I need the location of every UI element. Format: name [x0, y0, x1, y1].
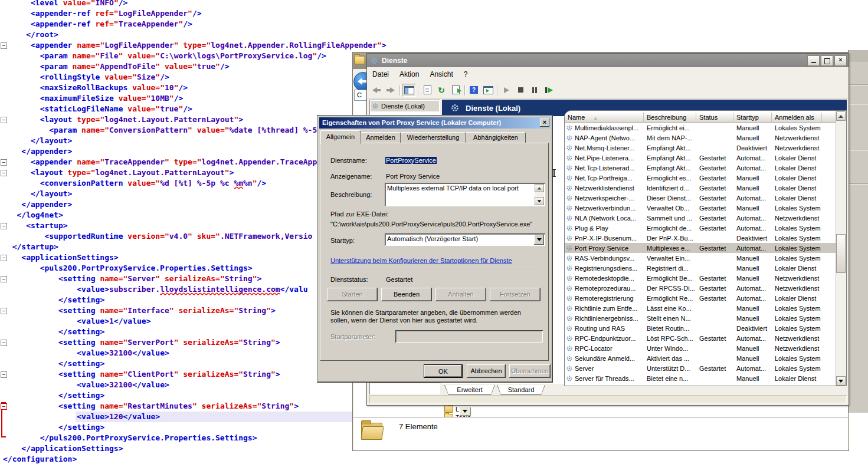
column-header-anmelden-als[interactable]: Anmelden als: [772, 113, 822, 123]
scroll-up-button[interactable]: [836, 111, 846, 121]
menu-datei[interactable]: Datei: [367, 68, 394, 80]
show-tree-button[interactable]: [402, 84, 416, 97]
column-header-beschreibung[interactable]: Beschreibung: [644, 113, 696, 123]
service-row[interactable]: Netzwerkverbindun...Verwaltet Ob...Gesta…: [565, 203, 836, 213]
code-line[interactable]: </setting>: [3, 390, 386, 401]
dialog-titlebar[interactable]: Eigenschaften von Port Proxy Service (Lo…: [319, 117, 551, 129]
pause-service-button[interactable]: [528, 84, 542, 97]
menu-ansicht[interactable]: Ansicht: [424, 68, 458, 80]
scroll-down-button[interactable]: [535, 197, 544, 205]
service-row[interactable]: RPC-LocatorUnter Windo...ManuellNetzwerk…: [565, 343, 836, 353]
code-line[interactable]: <param name="File" value="C:\work\logs\P…: [3, 51, 386, 61]
service-row[interactable]: RemoteregistrierungErmöglicht Re...Gesta…: [565, 293, 836, 303]
close-button[interactable]: ×: [834, 55, 847, 66]
service-row[interactable]: ServerUnterstützt D...GestartetAutomat..…: [565, 363, 836, 373]
tab-standard[interactable]: Standard: [497, 385, 545, 395]
start-params-input[interactable]: [395, 330, 543, 343]
start-button[interactable]: Starten: [327, 288, 378, 301]
code-line[interactable]: <maximumFileSize value="10MB"/>: [3, 93, 386, 104]
code-line[interactable]: <level value="INFO"/>: [3, 0, 386, 8]
maximize-button[interactable]: [821, 55, 833, 66]
service-row[interactable]: Net.Tcp-Portfreiga...Ermöglicht es...Ges…: [565, 173, 836, 183]
tab-wiederherstellung[interactable]: Wiederherstellung: [401, 132, 466, 143]
tab-abhaengigkeiten[interactable]: Abhängigkeiten: [466, 132, 526, 143]
startup-options-help-link[interactable]: Unterstützung beim Konfigurieren der Sta…: [330, 257, 512, 264]
combo-dropdown-button[interactable]: [459, 407, 471, 416]
menu-aktion[interactable]: Aktion: [394, 68, 424, 80]
service-row[interactable]: Routing und RASBietet Routin...Deaktivie…: [565, 323, 836, 333]
service-row[interactable]: Port Proxy ServiceMultiplexes e...Gestar…: [565, 243, 836, 253]
pause-button[interactable]: Anhalten: [435, 288, 486, 301]
code-line[interactable]: <rollingStyle value="Size"/>: [3, 72, 386, 83]
service-row[interactable]: RPC-Endpunktzuor...Löst RPC-Sch...Gestar…: [565, 333, 836, 343]
chevron-down-icon[interactable]: [534, 235, 544, 245]
minimize-button[interactable]: [807, 55, 820, 66]
tab-allgemein[interactable]: Allgemein: [320, 130, 361, 144]
back-button[interactable]: [369, 84, 384, 97]
code-line[interactable]: <appender-ref ref="LogFileAppender"/>: [3, 8, 386, 19]
service-name-value[interactable]: PortProxyService: [385, 157, 437, 164]
stop-button[interactable]: Beenden: [381, 288, 432, 301]
ok-button[interactable]: OK: [424, 364, 463, 378]
service-row[interactable]: Net.Msmq-Listener...Empfängt Akt...Deakt…: [565, 143, 836, 153]
service-row[interactable]: Registrierungsdiens...Registriert di...M…: [565, 263, 836, 273]
code-line[interactable]: <maxSizeRollBackups value="10"/>: [3, 83, 386, 93]
service-row[interactable]: Richtlinienergebniss...Stellt einen N...…: [565, 313, 836, 323]
tree-item-dienste-lokal[interactable]: Dienste (Lokal): [371, 101, 439, 111]
stop-service-button[interactable]: [513, 84, 528, 97]
apply-button[interactable]: Übernehmen: [509, 364, 551, 378]
scroll-down-button[interactable]: [836, 376, 846, 386]
service-row[interactable]: Server für Threads...Bietet eine n...Man…: [565, 373, 836, 383]
code-line[interactable]: <setting name="RestartMinutes" serialize…: [3, 401, 386, 412]
service-row[interactable]: Net.Pipe-Listenera...Empfängt Akt...Gest…: [565, 153, 836, 163]
service-row[interactable]: Multimediaklassenpl...Ermöglicht ei...Ma…: [565, 123, 836, 133]
tab-erweitert[interactable]: Erweitert: [444, 385, 495, 395]
description-textbox[interactable]: Multiplexes external TCP/IP data on loca…: [385, 183, 545, 206]
code-line[interactable]: </configuration>: [3, 454, 386, 464]
list-scrollbar[interactable]: [836, 111, 846, 386]
service-row[interactable]: Net.Tcp-Listenerad...Empfängt Akt...Gest…: [565, 163, 836, 173]
export-list-button[interactable]: [448, 84, 463, 97]
code-line[interactable]: <value>120</value>: [3, 412, 386, 422]
refresh-button[interactable]: ↻: [434, 84, 448, 97]
tab-anmelden[interactable]: Anmelden: [361, 132, 401, 143]
service-row[interactable]: NLA (Network Loca...Sammelt und ...Gesta…: [565, 213, 836, 223]
code-line[interactable]: <appender name="LogFileAppender" type="l…: [3, 40, 386, 51]
code-line[interactable]: </root>: [3, 29, 386, 40]
standard-view-button[interactable]: [481, 84, 495, 97]
service-row[interactable]: Sekundäre Anmeld...Aktiviert das ...Manu…: [565, 353, 836, 363]
code-line[interactable]: <appender-ref ref="TraceAppender"/>: [3, 19, 386, 29]
code-line[interactable]: </applicationSettings>: [3, 443, 386, 454]
scroll-up-button[interactable]: [535, 184, 544, 192]
scroll-thumb[interactable]: [836, 234, 846, 273]
startup-type-combobox[interactable]: Automatisch (Verzögerter Start): [385, 233, 545, 246]
service-row[interactable]: RAS-Verbindungsv...Verwaltet Ein...Manue…: [565, 253, 836, 263]
description-cell: Empfängt Akt...: [644, 154, 696, 162]
column-header-name[interactable]: Name▲: [565, 113, 644, 123]
close-icon[interactable]: ×: [540, 119, 549, 127]
service-row[interactable]: NAP-Agent (Netwo...Mit dem NAP-...Manuel…: [565, 133, 836, 143]
code-line[interactable]: </puls200.PortProxyService.Properties.Se…: [3, 433, 386, 443]
properties-button[interactable]: [420, 84, 434, 97]
service-row[interactable]: Plug & PlayErmöglicht de...GestartetAuto…: [565, 223, 836, 233]
code-line[interactable]: <staticLogFileName value="true"/>: [3, 104, 386, 114]
service-row[interactable]: NetzwerklistendienstIdentifiziert d...Ge…: [565, 183, 836, 193]
description-scrollbar[interactable]: [535, 184, 544, 205]
resume-button[interactable]: Fortsetzen: [490, 288, 541, 301]
service-row[interactable]: Richtlinie zum Entfe...Lässt eine Ko...M…: [565, 303, 836, 313]
column-header-starttyp[interactable]: Starttyp: [733, 113, 772, 123]
restart-service-button[interactable]: [542, 84, 556, 97]
help-button[interactable]: ?: [467, 84, 481, 97]
menu-hilfe[interactable]: ?: [458, 68, 473, 80]
code-line[interactable]: </setting>: [3, 422, 386, 433]
forward-button[interactable]: [384, 84, 398, 97]
column-header-status[interactable]: Status: [696, 113, 733, 123]
cancel-button[interactable]: Abbrechen: [467, 364, 506, 378]
start-service-button[interactable]: [499, 84, 513, 97]
service-row[interactable]: Remotedesktopdie...Ermöglicht Be...Gesta…: [565, 273, 836, 283]
service-row[interactable]: Remoteprozedurau...Der RPCSS-Di...Gestar…: [565, 283, 836, 293]
code-line[interactable]: <param name="AppendToFile" value="true"/…: [3, 61, 386, 72]
service-row[interactable]: PnP-X-IP-Busenum...Der PnP-X-Bu...Deakti…: [565, 233, 836, 243]
services-titlebar[interactable]: Dienste ×: [367, 54, 849, 67]
service-row[interactable]: Netzwerkspeicher-...Dieser Dienst...Gest…: [565, 193, 836, 203]
